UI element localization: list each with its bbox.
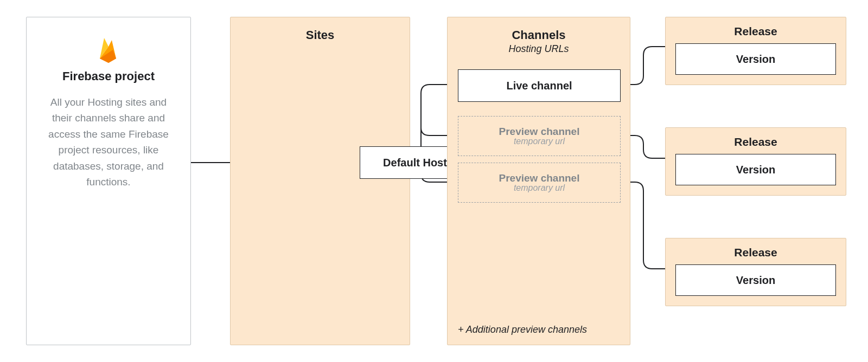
firebase-project-card: Firebase project All your Hosting sites … xyxy=(26,17,191,345)
release-3-version: Version xyxy=(675,264,836,296)
release-3-title: Release xyxy=(675,246,836,259)
preview-channel-1-label: Preview channel xyxy=(499,126,580,138)
preview-channel-1-sub: temporary url xyxy=(514,137,565,146)
live-channel: Live channel xyxy=(458,69,621,102)
sites-title: Sites xyxy=(231,28,410,42)
firebase-logo-icon xyxy=(41,35,176,66)
channels-title: Channels xyxy=(458,28,619,42)
project-description: All your Hosting sites and their channel… xyxy=(41,94,176,190)
release-card-1: Release Version xyxy=(665,17,846,85)
release-card-3: Release Version xyxy=(665,238,846,306)
additional-channels-note: + Additional preview channels xyxy=(458,324,587,335)
diagram-canvas: Firebase project All your Hosting sites … xyxy=(0,0,868,362)
release-1-version: Version xyxy=(675,43,836,75)
preview-channel-2-label: Preview channel xyxy=(499,172,580,184)
preview-channel-1: Preview channel temporary url xyxy=(458,116,621,156)
channels-subtitle: Hosting URLs xyxy=(458,43,619,55)
release-1-title: Release xyxy=(675,25,836,38)
release-card-2: Release Version xyxy=(665,127,846,196)
release-2-title: Release xyxy=(675,135,836,148)
release-2-version: Version xyxy=(675,154,836,185)
sites-column: Sites xyxy=(230,17,410,345)
preview-channel-2: Preview channel temporary url xyxy=(458,163,621,203)
project-title: Firebase project xyxy=(41,69,176,83)
preview-channel-2-sub: temporary url xyxy=(514,183,565,193)
